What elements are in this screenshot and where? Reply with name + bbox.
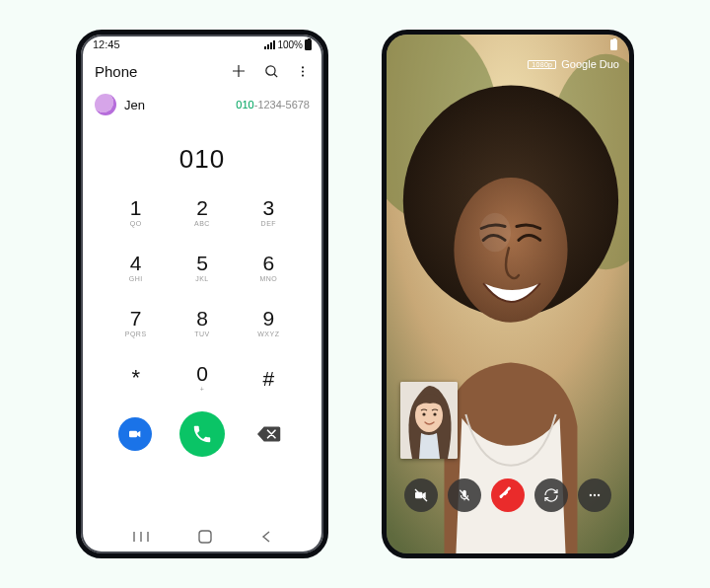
keypad-key-0[interactable]: 0+ bbox=[169, 354, 235, 402]
key-digit: * bbox=[131, 367, 140, 389]
device-frame-dialer: 12:45 100% Phone J bbox=[76, 30, 328, 558]
svg-point-0 bbox=[266, 65, 275, 74]
key-subtext: JKL bbox=[195, 275, 209, 282]
video-app-name: Google Duo bbox=[561, 58, 619, 70]
key-subtext: GHI bbox=[129, 275, 143, 282]
clock: 12:45 bbox=[93, 38, 120, 50]
keypad-key-4[interactable]: 4GHI bbox=[103, 244, 169, 291]
key-digit: 7 bbox=[130, 308, 142, 329]
key-digit: 0 bbox=[196, 363, 208, 384]
switch-camera-button[interactable] bbox=[534, 478, 568, 512]
more-options-button[interactable] bbox=[296, 63, 310, 80]
signal-icon bbox=[264, 40, 275, 49]
keypad-key-2[interactable]: 2ABC bbox=[169, 188, 235, 236]
battery-percentage: 100% bbox=[277, 39, 303, 50]
camera-off-button[interactable] bbox=[404, 478, 438, 512]
key-subtext: TUV bbox=[194, 331, 210, 337]
keypad-key-9[interactable]: 9WXYZ bbox=[236, 299, 302, 346]
battery-icon bbox=[610, 39, 617, 50]
contact-avatar bbox=[95, 94, 116, 115]
matched-digits: 010 bbox=[236, 99, 253, 110]
dialed-number: 010 bbox=[81, 119, 323, 188]
backspace-button[interactable] bbox=[252, 417, 286, 451]
device-frame-videocall: 12:45 100% 1080p Google Duo bbox=[382, 30, 634, 558]
app-header: Phone bbox=[81, 54, 323, 88]
end-call-button[interactable] bbox=[491, 478, 525, 512]
app-title: Phone bbox=[95, 63, 137, 80]
dialer-actions bbox=[81, 411, 323, 457]
svg-rect-4 bbox=[129, 431, 137, 438]
svg-point-18 bbox=[590, 494, 592, 496]
add-contact-button[interactable] bbox=[230, 62, 248, 80]
keypad-key-3[interactable]: 3DEF bbox=[236, 188, 302, 236]
key-digit: # bbox=[262, 368, 274, 389]
key-subtext: DEF bbox=[261, 220, 277, 227]
status-bar: 12:45 100% bbox=[81, 35, 323, 54]
svg-point-20 bbox=[598, 494, 600, 496]
svg-point-2 bbox=[302, 70, 304, 72]
mute-button[interactable] bbox=[448, 478, 481, 512]
keypad-key-7[interactable]: 7PQRS bbox=[103, 299, 169, 346]
remaining-digits: -1234-5678 bbox=[254, 99, 310, 110]
keypad-key-star[interactable]: * bbox=[103, 354, 169, 402]
keypad-key-hash[interactable]: # bbox=[236, 354, 302, 402]
contact-suggestion[interactable]: Jen 010-1234-5678 bbox=[81, 88, 323, 119]
call-controls bbox=[387, 478, 629, 512]
remote-video-feed bbox=[387, 35, 629, 553]
nav-home-button[interactable] bbox=[197, 529, 213, 545]
keypad-key-8[interactable]: 8TUV bbox=[169, 299, 235, 346]
search-button[interactable] bbox=[263, 63, 280, 80]
dial-keypad: 1QO2ABC3DEF4GHI5JKL6MNO7PQRS8TUV9WXYZ*0+… bbox=[81, 188, 323, 402]
key-subtext: ABC bbox=[194, 220, 210, 227]
keypad-key-1[interactable]: 1QO bbox=[103, 188, 169, 236]
key-digit: 9 bbox=[262, 308, 274, 329]
call-more-button[interactable] bbox=[578, 478, 611, 512]
svg-point-1 bbox=[302, 66, 304, 68]
key-digit: 6 bbox=[262, 253, 274, 273]
nav-back-button[interactable] bbox=[260, 530, 272, 544]
svg-point-11 bbox=[479, 213, 511, 253]
self-view-pip[interactable] bbox=[400, 382, 458, 459]
key-subtext: MNO bbox=[259, 275, 277, 282]
nav-recent-button[interactable] bbox=[132, 530, 150, 544]
key-subtext: PQRS bbox=[125, 331, 147, 337]
contact-number: 010-1234-5678 bbox=[236, 99, 310, 110]
status-indicators: 100% bbox=[264, 39, 312, 50]
key-subtext: + bbox=[200, 386, 205, 393]
keypad-key-5[interactable]: 5JKL bbox=[169, 244, 235, 291]
key-digit: 4 bbox=[130, 253, 142, 273]
svg-point-3 bbox=[302, 74, 304, 76]
battery-icon bbox=[305, 39, 312, 50]
voice-call-button[interactable] bbox=[179, 411, 225, 457]
video-quality-badge: 1080p bbox=[528, 60, 556, 69]
key-digit: 8 bbox=[196, 308, 208, 329]
key-digit: 3 bbox=[262, 197, 274, 218]
key-subtext: WXYZ bbox=[257, 331, 279, 337]
video-app-badge: 1080p Google Duo bbox=[528, 58, 619, 70]
svg-point-15 bbox=[433, 412, 436, 415]
key-digit: 1 bbox=[130, 197, 142, 218]
key-digit: 2 bbox=[196, 197, 208, 218]
contact-name: Jen bbox=[124, 98, 228, 112]
android-nav-bar bbox=[81, 520, 323, 553]
key-digit: 5 bbox=[196, 253, 208, 273]
key-subtext: QO bbox=[130, 220, 142, 227]
video-call-button[interactable] bbox=[118, 417, 152, 451]
svg-point-19 bbox=[594, 494, 596, 496]
svg-point-14 bbox=[422, 412, 425, 415]
keypad-key-6[interactable]: 6MNO bbox=[236, 244, 302, 291]
svg-rect-5 bbox=[199, 531, 211, 543]
